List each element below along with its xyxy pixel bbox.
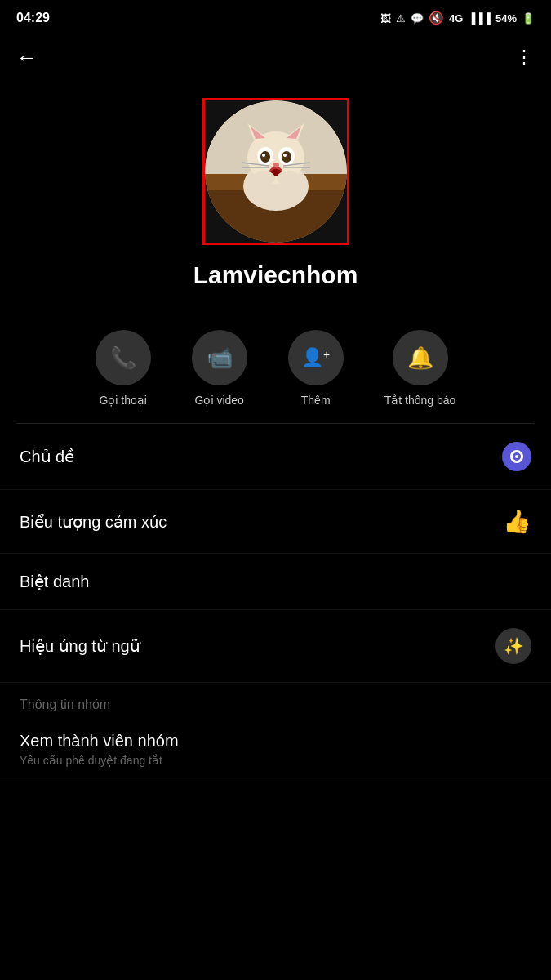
network-label: 4G xyxy=(449,12,463,24)
svg-point-15 xyxy=(262,154,265,157)
signal-icon: ▐▐▐ xyxy=(468,12,491,24)
mute-notify-label: Tắt thông báo xyxy=(384,394,456,407)
image-icon: 🖼 xyxy=(380,12,391,24)
word-effects-label: Hiệu ứng từ ngữ xyxy=(20,636,140,656)
call-video-button[interactable]: 📹 Gọi video xyxy=(192,330,247,407)
call-video-icon: 📹 xyxy=(192,330,247,385)
profile-section: Lamviecnhom xyxy=(0,82,551,322)
sparkle-icon: ✨ xyxy=(495,628,531,664)
call-voice-button[interactable]: 📞 Gọi thoại xyxy=(96,330,151,407)
theme-icon xyxy=(502,442,531,471)
theme-menu-item[interactable]: Chủ đề xyxy=(0,424,551,490)
group-name: Lamviecnhom xyxy=(193,261,358,289)
svg-point-13 xyxy=(260,151,270,163)
cat-avatar-svg xyxy=(205,100,347,243)
svg-point-16 xyxy=(283,154,287,157)
more-button[interactable]: ⋮ xyxy=(515,47,535,68)
view-members-menu-item[interactable]: Xem thành viên nhóm Yêu cầu phê duyệt đa… xyxy=(0,717,551,782)
call-video-label: Gọi video xyxy=(195,394,244,407)
add-member-icon: 👤+ xyxy=(288,330,344,385)
emoji-label: Biểu tượng cảm xúc xyxy=(20,512,167,532)
add-member-button[interactable]: 👤+ Thêm xyxy=(288,330,344,407)
battery-icon: 🔋 xyxy=(522,12,535,24)
call-voice-label: Gọi thoại xyxy=(99,394,146,407)
messenger-icon: 💬 xyxy=(411,12,424,24)
view-members-subtitle: Yêu cầu phê duyệt đang tắt xyxy=(20,754,531,767)
svg-point-24 xyxy=(252,171,275,185)
action-buttons: 📞 Gọi thoại 📹 Gọi video 👤+ Thêm 🔔 Tắt th… xyxy=(0,322,551,423)
theme-label: Chủ đề xyxy=(20,447,74,466)
top-nav: ← ⋮ xyxy=(0,33,551,82)
svg-point-14 xyxy=(282,151,291,163)
word-effects-menu-item[interactable]: Hiệu ứng từ ngữ ✨ xyxy=(0,610,551,683)
nickname-menu-item[interactable]: Biệt danh xyxy=(0,554,551,610)
avatar-container[interactable] xyxy=(202,98,349,245)
avatar-circle xyxy=(205,100,347,243)
battery-label: 54% xyxy=(495,12,517,24)
status-bar: 04:29 🖼 ⚠ 💬 🔇 4G ▐▐▐ 54% 🔋 xyxy=(0,0,551,33)
warning-icon: ⚠ xyxy=(396,12,406,24)
view-members-title: Xem thành viên nhóm xyxy=(20,732,531,751)
emoji-menu-item[interactable]: Biểu tượng cảm xúc 👍 xyxy=(0,490,551,554)
call-voice-icon: 📞 xyxy=(96,330,151,385)
time-display: 04:29 xyxy=(16,11,50,25)
add-member-label: Thêm xyxy=(301,394,331,407)
svg-point-28 xyxy=(515,455,518,458)
mute-notify-button[interactable]: 🔔 Tắt thông báo xyxy=(384,330,456,407)
svg-point-25 xyxy=(277,171,300,185)
status-icons: 🖼 ⚠ 💬 🔇 4G ▐▐▐ 54% 🔋 xyxy=(380,11,535,25)
mute-icon: 🔇 xyxy=(429,11,444,25)
emoji-thumb-icon: 👍 xyxy=(503,508,531,535)
group-info-section-header: Thông tin nhóm xyxy=(0,683,551,717)
mute-notify-icon: 🔔 xyxy=(393,330,448,385)
nickname-label: Biệt danh xyxy=(20,572,89,591)
back-button[interactable]: ← xyxy=(16,47,38,68)
